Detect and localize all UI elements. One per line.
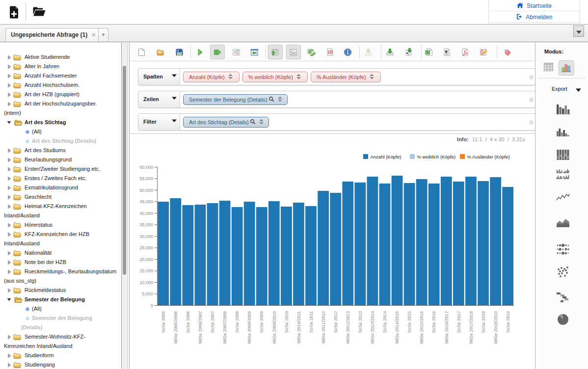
svg-text:SoSe 2007: SoSe 2007 [210, 311, 215, 333]
svg-text:SoSe 2012: SoSe 2012 [333, 311, 338, 333]
svg-text:% Ausländer (Köpfe): % Ausländer (Köpfe) [467, 154, 510, 159]
svg-text:SoSe 2005: SoSe 2005 [161, 311, 166, 333]
svg-text:WiSe 2009/2010: WiSe 2009/2010 [272, 311, 277, 344]
svg-text:% weiblich (Köpfe): % weiblich (Köpfe) [417, 154, 456, 159]
svg-text:SoSe 2019: SoSe 2019 [506, 311, 510, 333]
svg-text:SoSe 2017: SoSe 2017 [456, 311, 461, 333]
svg-text:30,000: 30,000 [139, 234, 153, 239]
svg-text:SoSe 2006: SoSe 2006 [186, 311, 190, 333]
svg-text:Anzahl (Köpfe): Anzahl (Köpfe) [371, 154, 401, 159]
svg-text:WiSe 2008/2009: WiSe 2008/2009 [247, 311, 252, 344]
svg-text:WiSe 2017/2018: WiSe 2017/2018 [469, 311, 474, 344]
svg-text:55,000: 55,000 [139, 176, 153, 181]
svg-text:5,000: 5,000 [142, 291, 153, 296]
svg-text:20,000: 20,000 [139, 257, 153, 262]
svg-text:SoSe 2018: SoSe 2018 [481, 311, 486, 333]
svg-text:40,000: 40,000 [139, 211, 153, 216]
svg-text:0: 0 [151, 303, 153, 308]
svg-text:15,000: 15,000 [139, 268, 153, 273]
svg-text:WiSe 2014/2015: WiSe 2014/2015 [395, 311, 400, 344]
svg-text:50,000: 50,000 [139, 188, 153, 193]
svg-text:SoSe 2011: SoSe 2011 [309, 311, 314, 333]
svg-text:SoSe 2014: SoSe 2014 [382, 311, 387, 333]
svg-text:WiSe 2007/2008: WiSe 2007/2008 [222, 311, 227, 344]
svg-text:WiSe 2018/2019: WiSe 2018/2019 [493, 311, 498, 344]
svg-text:SoSe 2016: SoSe 2016 [431, 311, 436, 333]
svg-text:SoSe 2008: SoSe 2008 [235, 311, 240, 333]
svg-text:WiSe 2016/2017: WiSe 2016/2017 [444, 311, 449, 344]
svg-text:60,000: 60,000 [139, 165, 153, 170]
svg-text:WiSe 2010/2011: WiSe 2010/2011 [296, 311, 301, 343]
svg-text:WiSe 2012/2013: WiSe 2012/2013 [346, 311, 350, 344]
svg-text:SoSe 2015: SoSe 2015 [407, 311, 412, 333]
svg-text:10,000: 10,000 [139, 280, 153, 285]
svg-text:35,000: 35,000 [139, 222, 153, 227]
svg-text:WiSe 2013/2014: WiSe 2013/2014 [370, 311, 375, 344]
svg-text:45,000: 45,000 [139, 199, 153, 204]
svg-text:SoSe 2010: SoSe 2010 [284, 311, 289, 333]
svg-text:WiSe 2011/2012: WiSe 2011/2012 [321, 311, 326, 343]
svg-text:WiSe 2005/2006: WiSe 2005/2006 [173, 311, 178, 344]
svg-text:SoSe 2009: SoSe 2009 [259, 311, 264, 333]
svg-text:SoSe 2013: SoSe 2013 [358, 311, 363, 333]
svg-text:WiSe 2015/2016: WiSe 2015/2016 [419, 311, 424, 344]
svg-text:WiSe 2006/2007: WiSe 2006/2007 [198, 311, 203, 344]
svg-text:25,000: 25,000 [139, 245, 153, 250]
